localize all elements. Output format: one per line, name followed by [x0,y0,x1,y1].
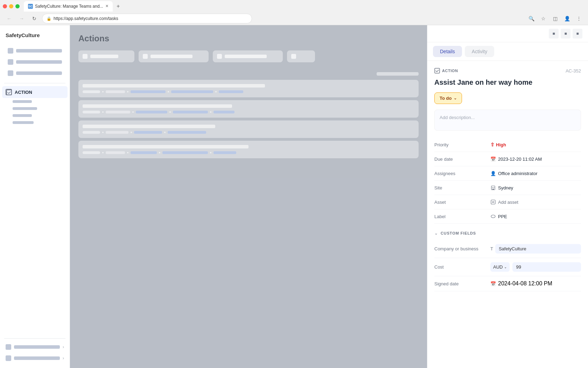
sidebar-sub-myactions[interactable] [3,105,70,112]
svg-rect-0 [7,90,12,95]
team-label [14,345,60,349]
custom-fields-title: CUSTOM FIELDS [441,231,476,235]
tab-details[interactable]: Details [433,46,462,57]
status-label: To do [440,96,451,101]
assignees-label: Assignees [434,171,490,176]
due-date-value[interactable]: 📅 2023-12-20 11:02 AM [490,156,581,162]
sidebar-divider-2 [4,338,65,339]
asset-text: Add asset [498,200,518,205]
reload-button[interactable]: ↻ [29,14,39,23]
company-input[interactable] [495,244,581,254]
sidebar-expand-integrations[interactable]: › [0,353,70,364]
extensions-button[interactable]: ◫ [550,14,560,23]
signed-date-calendar-icon: 📅 [490,281,496,286]
sidebar-item-home[interactable] [2,45,68,56]
custom-fields-chevron-icon: ⌄ [434,231,438,236]
user-icon: 👤 [490,171,496,176]
sidebar-sub-reports[interactable] [3,119,70,126]
overview-label [13,100,32,103]
tab-favicon: SC [28,4,33,9]
sidebar-item-actions[interactable]: ACTION [2,86,68,98]
priority-high-icon: ⇧ [490,142,495,147]
tab-close-icon[interactable]: ✕ [105,4,108,8]
signed-date-value[interactable]: 📅 2024-04-08 12:00 PM [490,280,581,287]
label-label: Label [434,214,490,219]
detail-view-btn-2[interactable]: ■ [561,29,570,39]
label-value[interactable]: PPE [490,214,581,219]
back-button[interactable]: ← [4,14,14,23]
sidebar-item-home-label [16,49,62,53]
menu-button[interactable]: ⋮ [574,14,584,23]
action-badge-text: ACTION [442,69,458,73]
field-label: Label PPE [434,209,581,224]
cost-input[interactable] [512,262,581,272]
bookmark-button[interactable]: ☆ [538,14,548,23]
sidebar-item-templates[interactable] [2,68,68,79]
action-id: AC-352 [566,68,581,74]
detail-tabs: Details Activity [427,42,588,61]
description-field[interactable]: Add description... [434,110,581,131]
integrations-label [14,356,60,360]
signed-date-label: Signed date [434,281,490,286]
team-chevron-icon: › [63,345,64,349]
status-chevron-icon: ⌄ [454,96,457,100]
close-button[interactable] [3,4,7,8]
sidebar-expand-team[interactable]: › [0,341,70,353]
detail-view-btn-1[interactable]: ■ [549,29,559,39]
home-icon [8,48,13,54]
list-item[interactable] [78,120,419,138]
site-value[interactable]: Sydney [490,185,581,190]
site-text: Sydney [498,185,513,190]
address-bar[interactable]: 🔒 https://app.safetyculture.com/tasks [42,14,252,23]
fullscreen-button[interactable] [15,4,20,8]
detail-panel-body: ACTION AC-352 Assist Jane on her way hom… [427,61,588,368]
profile-button[interactable]: 👤 [562,14,572,23]
sidebar-sub-items [0,98,70,126]
svg-rect-5 [492,189,494,190]
priority-value[interactable]: ⇧ High [490,142,581,147]
active-tab[interactable]: SC SafetyCulture: Manage Teams and... ✕ [24,1,113,12]
signed-date-text: 2024-04-08 12:00 PM [498,280,552,287]
detail-close-btn[interactable]: ■ [573,29,582,39]
custom-fields-section: ⌄ CUSTOM FIELDS Company or business T Co… [434,227,581,291]
new-tab-button[interactable]: + [114,2,122,11]
detail-fields: Priority ⇧ High Due date 📅 2023-12-20 11… [434,138,581,224]
sidebar-item-inspections[interactable] [2,56,68,68]
address-icon: 🔒 [47,16,51,21]
custom-field-signed-date: Signed date 📅 2024-04-08 12:00 PM [434,276,581,291]
field-assignees: Assignees 👤 Office administrator [434,166,581,181]
detail-panel-header: ■ ■ ■ [427,25,588,42]
asset-label: Asset [434,200,490,205]
app-logo: SafetyCulture [0,29,70,44]
calendar-icon: 📅 [490,156,496,162]
action-icon [434,68,440,74]
sidebar: SafetyCulture ACTION [0,25,70,368]
app-container: SafetyCulture ACTION [0,25,588,368]
url-text: https://app.safetyculture.com/tasks [54,16,118,21]
zoom-button[interactable]: 🔍 [526,14,536,23]
list-item[interactable] [78,141,419,158]
status-button[interactable]: To do ⌄ [434,92,462,104]
custom-fields-toggle[interactable]: ⌄ CUSTOM FIELDS [434,227,581,240]
assignees-value[interactable]: 👤 Office administrator [490,171,581,176]
sidebar-sub-overview[interactable] [3,98,70,105]
minimize-button[interactable] [9,4,13,8]
custom-field-cost: Cost AUD ⌄ [434,258,581,276]
templates-icon [8,70,13,76]
list-item[interactable] [78,100,419,118]
currency-select[interactable]: AUD ⌄ [490,262,510,272]
sidebar-sub-settings[interactable] [3,112,70,119]
sidebar-item-actions-label: ACTION [15,90,32,95]
tab-activity[interactable]: Activity [465,46,494,57]
asset-value[interactable]: Add asset [490,199,581,205]
list-item[interactable] [78,80,419,97]
currency-chevron-icon: ⌄ [504,265,507,269]
svg-rect-1 [435,68,440,73]
company-label: Company or business [434,246,490,251]
svg-rect-6 [491,200,495,204]
forward-button[interactable]: → [17,14,27,23]
company-value: T [490,244,581,254]
my-actions-label [13,107,37,110]
field-site: Site Sydney [434,181,581,195]
cost-label: Cost [434,264,490,270]
